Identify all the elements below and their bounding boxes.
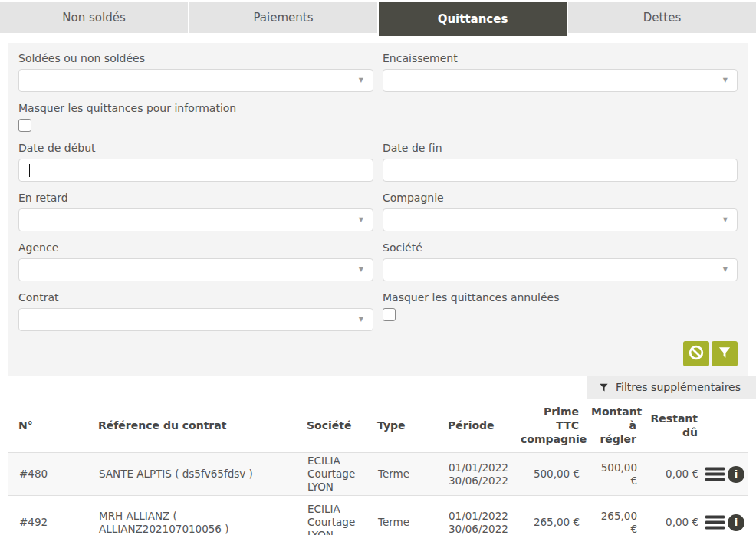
col-periode: Période [442, 417, 514, 434]
row-num: #480 [8, 466, 93, 482]
filter-panel: Soldées ou non soldées ▼ Encaissement ▼ … [8, 43, 748, 376]
row-actions: i [705, 513, 749, 533]
chevron-down-icon: ▼ [359, 77, 363, 84]
row-actions: i [705, 464, 749, 484]
table-header: N° Référence du contrat Société Type Pér… [8, 403, 748, 448]
row-periode: 01/01/2022 30/06/2022 [442, 508, 515, 535]
row-restant: 0,00 € [643, 466, 705, 482]
col-montant: Montant à régler [585, 403, 643, 448]
row-prime: 265,00 € [515, 514, 586, 530]
agence-select[interactable]: ▼ [18, 258, 373, 281]
quittances-table: N° Référence du contrat Société Type Pér… [8, 403, 748, 535]
contrat-select[interactable]: ▼ [18, 308, 373, 331]
masquer-annulees-label: Masquer les quittances annulées [383, 291, 738, 304]
chevron-down-icon: ▼ [723, 266, 728, 273]
tab-quittances[interactable]: Quittances [379, 2, 567, 36]
chevron-down-icon: ▼ [723, 216, 728, 223]
filter-date-fin-group: Date de fin [383, 142, 738, 182]
masquer-annulees-checkbox[interactable] [383, 308, 396, 321]
chevron-down-icon: ▼ [723, 77, 728, 84]
filter-encaissement-group: Encaissement ▼ [383, 52, 738, 92]
compagnie-label: Compagnie [383, 192, 738, 204]
filter-societe-group: Société ▼ [383, 241, 738, 281]
table-row: #480 SANTE ALPTIS ( ds5fv65fdsv ) ECILIA… [8, 452, 748, 496]
soldees-select[interactable]: ▼ [18, 69, 373, 92]
date-fin-label: Date de fin [383, 142, 738, 154]
filter-buttons-row [18, 341, 738, 366]
masquer-information-label: Masquer les quittances pour information [18, 102, 373, 114]
row-restant: 0,00 € [643, 514, 705, 530]
masquer-information-checkbox[interactable] [18, 119, 31, 132]
row-num: #492 [8, 514, 93, 530]
apply-filters-button[interactable] [712, 341, 738, 366]
filter-masquer-information-group: Masquer les quittances pour information [18, 102, 373, 132]
table-row: #492 MRH ALLIANZ ( ALLIANZ202107010056 )… [8, 501, 748, 535]
col-actions [704, 424, 748, 427]
tab-non-soldes[interactable]: Non soldés [0, 2, 188, 33]
col-societe: Société [301, 417, 371, 434]
date-debut-input[interactable] [18, 159, 373, 182]
soldees-label: Soldées ou non soldées [18, 52, 373, 64]
row-type: Terme [372, 514, 442, 530]
empty-cell [383, 102, 738, 132]
societe-select[interactable]: ▼ [383, 258, 738, 281]
chevron-down-icon: ▼ [359, 216, 363, 223]
col-prime: Prime TTC compagnie [514, 403, 585, 448]
info-icon[interactable]: i [728, 514, 744, 531]
contrat-label: Contrat [18, 291, 373, 304]
row-societe: ECILIA Courtage LYON [301, 501, 372, 535]
filter-contrat-group: Contrat ▼ [18, 291, 373, 331]
filter-compagnie-group: Compagnie ▼ [383, 192, 738, 231]
filter-agence-group: Agence ▼ [18, 241, 373, 281]
agence-label: Agence [18, 241, 373, 254]
en-retard-select[interactable]: ▼ [18, 208, 373, 231]
filter-en-retard-group: En retard ▼ [18, 192, 373, 231]
hamburger-menu-icon[interactable] [705, 515, 725, 530]
date-debut-label: Date de début [18, 142, 373, 154]
row-periode: 01/01/2022 30/06/2022 [442, 460, 515, 489]
filter-funnel-icon [599, 382, 609, 392]
row-montant: 265,00 € [586, 508, 643, 535]
encaissement-label: Encaissement [383, 52, 738, 64]
col-num: N° [8, 417, 92, 434]
filter-soldees-group: Soldées ou non soldées ▼ [18, 52, 373, 92]
row-prime: 500,00 € [515, 466, 586, 482]
extra-filters-toggle[interactable]: Filtres supplémentaires [587, 376, 756, 399]
extra-filters-row: Filtres supplémentaires [0, 376, 756, 399]
tab-bar: Non soldés Paiements Quittances Dettes [0, 0, 756, 36]
row-reference: SANTE ALPTIS ( ds5fv65fdsv ) [93, 466, 301, 482]
chevron-down-icon: ▼ [359, 316, 363, 323]
chevron-down-icon: ▼ [359, 266, 363, 273]
filter-masquer-annulees-group: Masquer les quittances annulées [383, 291, 738, 331]
date-fin-input[interactable] [383, 159, 738, 182]
col-restant: Restant dû [643, 410, 704, 441]
clear-filters-button[interactable] [683, 341, 709, 366]
encaissement-select[interactable]: ▼ [383, 69, 738, 92]
tab-paiements[interactable]: Paiements [189, 2, 377, 33]
societe-label: Société [383, 241, 738, 254]
filter-funnel-icon [718, 346, 731, 362]
filter-date-debut-group: Date de début [18, 142, 373, 182]
text-cursor [29, 164, 30, 177]
compagnie-select[interactable]: ▼ [383, 208, 738, 231]
row-type: Terme [372, 466, 442, 482]
no-symbol-icon [688, 344, 705, 363]
row-reference: MRH ALLIANZ ( ALLIANZ202107010056 ) [93, 508, 301, 535]
hamburger-menu-icon[interactable] [705, 467, 725, 481]
row-societe: ECILIA Courtage LYON [301, 453, 372, 495]
tab-dettes[interactable]: Dettes [568, 2, 756, 33]
info-icon[interactable]: i [728, 466, 744, 483]
col-type: Type [371, 417, 442, 434]
en-retard-label: En retard [18, 192, 373, 204]
extra-filters-label: Filtres supplémentaires [616, 381, 741, 393]
col-reference: Référence du contrat [92, 417, 301, 434]
row-montant: 500,00 € [586, 460, 643, 489]
